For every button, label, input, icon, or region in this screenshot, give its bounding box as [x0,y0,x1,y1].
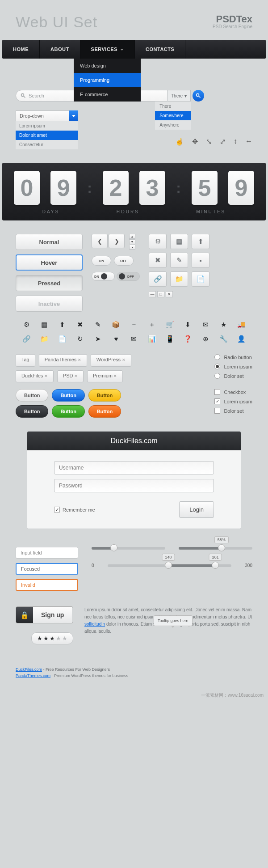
mail-icon[interactable]: ✉ [200,321,212,329]
star-icon[interactable]: ★ [218,321,230,329]
cart-icon[interactable]: 🛒 [163,321,176,329]
spin-dot[interactable]: • [129,245,135,250]
file-icon[interactable]: 📄 [56,335,68,343]
switch-off[interactable]: OFF [117,272,140,281]
tag[interactable]: DuckFiles [16,370,54,383]
submenu-webdesign[interactable]: Web design [74,59,141,73]
scope-option[interactable]: Somewhere [155,111,191,120]
folder-icon-button[interactable]: 📁 [170,271,188,287]
file-icon-button[interactable]: 📄 [192,271,209,287]
tag[interactable]: PSD [57,370,84,383]
range-slider[interactable]: 148 261 [108,564,232,567]
pill-button[interactable]: Button [52,405,84,418]
refresh-icon[interactable]: ↻ [74,335,86,343]
submenu-programming[interactable]: Programming [74,73,141,87]
slider-2[interactable]: 58% [179,547,252,550]
focused-field[interactable]: Focused [16,563,78,575]
gear-icon[interactable]: ⚙ [20,321,33,329]
mail2-icon[interactable]: ✉ [128,335,140,343]
switch-on[interactable]: ON [92,272,115,281]
chart-icon[interactable]: 📊 [146,335,158,343]
radio-3[interactable]: Dolor set [214,373,252,379]
edit-icon[interactable]: ✎ [92,321,105,329]
download-icon[interactable]: ⬇ [181,321,194,329]
upload-icon-button[interactable]: ⬆ [192,234,209,249]
slider-1[interactable] [92,547,165,550]
password-field[interactable] [54,479,214,492]
toggle-off[interactable]: OFF [114,256,134,266]
toggle-on[interactable]: ON [92,256,111,266]
nav-contacts[interactable]: CONTACTS [135,40,185,59]
minimize-button[interactable]: — [149,291,156,297]
box-icon-button[interactable]: ▪ [192,253,209,268]
radio-1[interactable]: Radio button [214,354,252,360]
svg-point-0 [21,94,24,97]
link-icon[interactable]: 🔗 [20,335,33,343]
remember-checkbox[interactable]: ✓Remember me [54,507,95,512]
upload-icon[interactable]: ⬆ [56,321,68,329]
dropdown-item[interactable]: Lorem ipsum [16,121,78,131]
input-field[interactable]: Input field [16,547,78,559]
tag[interactable]: Premium [87,370,123,383]
box-icon[interactable]: 📦 [110,321,122,329]
tag[interactable]: Tag [16,354,35,367]
nav-about[interactable]: ABOUT [40,40,80,59]
gear-icon-button[interactable]: ⚙ [149,234,167,249]
pill-button[interactable]: Button [88,389,121,402]
forward-icon[interactable]: ➤ [92,335,105,343]
tag[interactable]: WordPress [91,354,131,367]
dropdown-toggle[interactable]: Drop-down [16,110,78,121]
footer-link[interactable]: PandaThemes.com [16,673,50,678]
minus-icon[interactable]: − [128,321,140,329]
nav-home[interactable]: HOME [2,40,40,59]
pill-button[interactable]: Button [52,389,84,402]
search-button[interactable] [193,90,204,102]
phone-icon[interactable]: 📱 [163,335,176,343]
help-icon[interactable]: ❓ [181,335,194,343]
next-button[interactable]: ❯ [109,234,125,248]
close-icon[interactable]: ✖ [74,321,86,329]
pressed-button[interactable]: Pressed [16,275,83,291]
normal-button[interactable]: Normal [16,234,83,250]
dropdown-item[interactable]: Consectetur [16,140,78,149]
wrench-icon[interactable]: 🔧 [218,335,230,343]
pill-button[interactable]: Button [16,389,48,402]
plus-icon[interactable]: + [146,321,158,329]
close-icon-button[interactable]: ✖ [149,253,167,268]
layout-icon-button[interactable]: ▦ [170,234,188,249]
layout-icon[interactable]: ▦ [38,321,50,329]
footer-link[interactable]: DuckFiles.com [16,667,42,672]
user-icon[interactable]: 👤 [235,335,248,343]
scope-option[interactable]: There [155,102,191,111]
star-rating[interactable]: ★★★★★ [31,632,73,644]
maximize-button[interactable]: □ [157,291,164,297]
scope-option[interactable]: Anywhere [155,120,191,130]
target-icon[interactable]: ⊕ [200,335,212,343]
inline-link[interactable]: sollicitudin [84,622,105,627]
check-2[interactable]: ✓Lorem ipsum [214,398,252,404]
tag[interactable]: PandaThemes [39,354,87,367]
radio-2[interactable]: Lorem ipsum [214,364,252,369]
dropdown-item[interactable]: Dolor sit amet [16,131,78,140]
search-scope-select[interactable]: There ▾ [168,90,191,102]
username-field[interactable] [54,461,214,474]
login-button[interactable]: Login [179,501,214,518]
prev-button[interactable]: ❮ [92,234,108,248]
submenu-ecommerce[interactable]: E-commerce [74,87,141,102]
spin-up[interactable]: ▴ [129,234,135,239]
link-icon-button[interactable]: 🔗 [149,271,167,287]
edit-icon-button[interactable]: ✎ [170,253,188,268]
signup-button[interactable]: 🔒 Sign up [16,606,73,623]
hover-button[interactable]: Hover [16,254,83,271]
heart-icon[interactable]: ♥ [110,335,122,343]
truck-icon[interactable]: 🚚 [235,321,248,329]
close-button[interactable]: ✕ [166,291,173,297]
check-1[interactable]: Checkbox [214,389,252,395]
check-3[interactable]: Dolor set [214,408,252,414]
folder-icon[interactable]: 📁 [38,335,50,343]
nav-services[interactable]: SERVICES [80,40,135,59]
pill-button[interactable]: Button [88,405,121,418]
pill-button[interactable]: Button [16,405,48,418]
invalid-field[interactable]: Invalid [16,579,78,591]
spin-down[interactable]: ▾ [129,239,135,244]
